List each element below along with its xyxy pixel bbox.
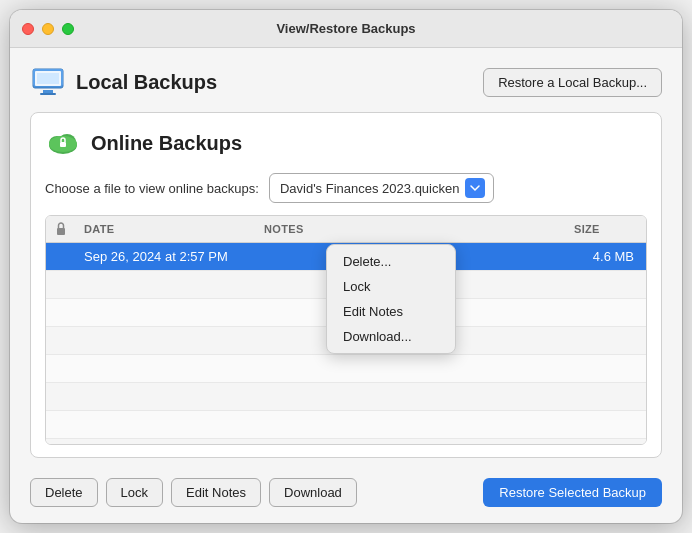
footer-bar: Delete Lock Edit Notes Download Restore … xyxy=(30,470,662,511)
restore-selected-button[interactable]: Restore Selected Backup xyxy=(483,478,662,507)
restore-local-button[interactable]: Restore a Local Backup... xyxy=(483,68,662,97)
table-row xyxy=(46,411,646,439)
header-size: SIZE xyxy=(566,220,646,238)
window-title: View/Restore Backups xyxy=(276,21,415,36)
file-chooser-row: Choose a file to view online backups: Da… xyxy=(45,173,647,203)
header-notes: NOTES xyxy=(256,220,566,238)
content-area: Local Backups Restore a Local Backup... … xyxy=(10,48,682,523)
lock-button[interactable]: Lock xyxy=(106,478,163,507)
file-chooser-label: Choose a file to view online backups: xyxy=(45,181,259,196)
minimize-button[interactable] xyxy=(42,23,54,35)
svg-rect-3 xyxy=(40,93,56,95)
backup-table: DATE NOTES SIZE Sep 26, 2024 at 2:57 PM … xyxy=(45,215,647,445)
traffic-lights xyxy=(22,23,74,35)
monitor-icon xyxy=(30,64,66,100)
maximize-button[interactable] xyxy=(62,23,74,35)
table-row xyxy=(46,439,646,444)
header-lock xyxy=(46,220,76,238)
online-backups-title: Online Backups xyxy=(91,132,242,155)
local-backups-title: Local Backups xyxy=(76,71,217,94)
local-backups-section: Local Backups Restore a Local Backup... xyxy=(30,64,662,100)
selected-file-label: David's Finances 2023.quicken xyxy=(280,181,460,196)
context-menu-download[interactable]: Download... xyxy=(327,324,455,349)
close-button[interactable] xyxy=(22,23,34,35)
table-row xyxy=(46,355,646,383)
titlebar: View/Restore Backups xyxy=(10,10,682,48)
edit-notes-button[interactable]: Edit Notes xyxy=(171,478,261,507)
table-row xyxy=(46,383,646,411)
svg-rect-5 xyxy=(37,73,59,84)
row-size: 4.6 MB xyxy=(566,245,646,268)
online-backups-header: Online Backups xyxy=(45,125,647,161)
cloud-lock-icon xyxy=(45,125,81,161)
online-backups-section: Online Backups Choose a file to view onl… xyxy=(30,112,662,458)
row-date: Sep 26, 2024 at 2:57 PM xyxy=(76,245,256,268)
main-window: View/Restore Backups Local Backups Resto… xyxy=(10,10,682,523)
row-lock xyxy=(46,253,76,261)
delete-button[interactable]: Delete xyxy=(30,478,98,507)
context-menu-delete[interactable]: Delete... xyxy=(327,249,455,274)
header-date: DATE xyxy=(76,220,256,238)
context-menu-lock[interactable]: Lock xyxy=(327,274,455,299)
context-menu-edit-notes[interactable]: Edit Notes xyxy=(327,299,455,324)
local-backups-header: Local Backups xyxy=(30,64,217,100)
svg-rect-11 xyxy=(57,228,65,235)
download-button[interactable]: Download xyxy=(269,478,357,507)
file-dropdown[interactable]: David's Finances 2023.quicken xyxy=(269,173,495,203)
svg-rect-10 xyxy=(60,142,66,147)
context-menu: Delete... Lock Edit Notes Download... xyxy=(326,244,456,354)
dropdown-arrow-icon xyxy=(465,178,485,198)
svg-rect-2 xyxy=(43,90,53,93)
table-header: DATE NOTES SIZE xyxy=(46,216,646,243)
